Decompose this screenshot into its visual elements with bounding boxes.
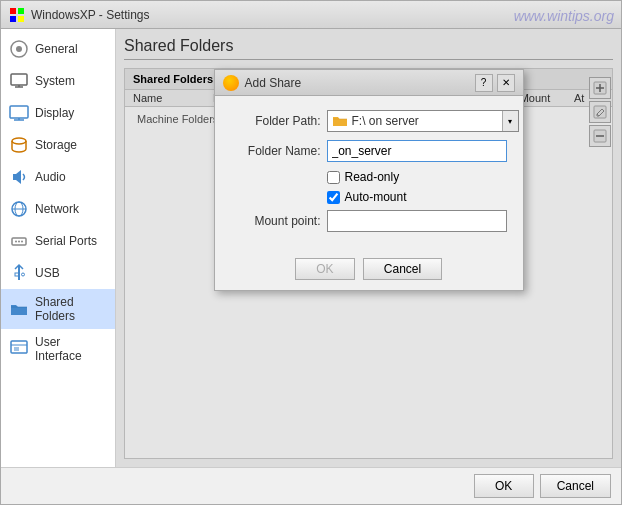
window-icon [9, 7, 25, 23]
dialog-title-actions: ? ✕ [475, 74, 515, 92]
shared-folders-icon [9, 299, 29, 319]
dialog-close-button[interactable]: ✕ [497, 74, 515, 92]
network-icon [9, 199, 29, 219]
sidebar-item-serial-ports[interactable]: Serial Ports [1, 225, 115, 257]
sidebar: General System [1, 29, 116, 467]
window-title: WindowsXP - Settings [31, 8, 613, 22]
main-content: Shared Folders Shared Folders Name Path … [116, 29, 621, 467]
svg-rect-6 [11, 74, 27, 85]
svg-point-23 [22, 273, 25, 276]
sidebar-label-usb: USB [35, 266, 60, 280]
sidebar-item-audio[interactable]: Audio [1, 161, 115, 193]
cancel-button[interactable]: Cancel [540, 474, 611, 498]
svg-rect-0 [10, 8, 16, 14]
usb-icon [9, 263, 29, 283]
sidebar-label-serial-ports: Serial Ports [35, 234, 97, 248]
readonly-label[interactable]: Read-only [345, 170, 400, 184]
sidebar-item-network[interactable]: Network [1, 193, 115, 225]
folder-name-label: Folder Name: [231, 144, 321, 158]
folder-path-input-container[interactable]: ▾ [327, 110, 519, 132]
automount-row: Auto-mount [327, 190, 507, 204]
readonly-row: Read-only [327, 170, 507, 184]
sidebar-item-usb[interactable]: USB [1, 257, 115, 289]
readonly-checkbox[interactable] [327, 171, 340, 184]
automount-checkbox[interactable] [327, 191, 340, 204]
dialog-cancel-button[interactable]: Cancel [363, 258, 442, 280]
bottom-bar: OK Cancel [1, 467, 621, 504]
sidebar-label-audio: Audio [35, 170, 66, 184]
folder-path-row: Folder Path: ▾ [231, 110, 507, 132]
audio-icon [9, 167, 29, 187]
title-bar: WindowsXP - Settings [1, 1, 621, 29]
svg-rect-2 [10, 16, 16, 22]
sidebar-label-system: System [35, 74, 75, 88]
svg-marker-13 [13, 170, 21, 184]
sidebar-label-shared-folders: Shared Folders [35, 295, 107, 323]
window-body: General System [1, 29, 621, 467]
dialog-help-button[interactable]: ? [475, 74, 493, 92]
mount-point-input[interactable] [327, 210, 507, 232]
sidebar-label-network: Network [35, 202, 79, 216]
dialog-icon [223, 75, 239, 91]
folder-path-dropdown[interactable]: ▾ [502, 111, 518, 131]
mount-point-row: Mount point: [231, 210, 507, 232]
folder-path-text-input[interactable] [352, 114, 502, 128]
add-share-dialog: Add Share ? ✕ Folder Path: [214, 69, 524, 291]
general-icon [9, 39, 29, 59]
sidebar-label-storage: Storage [35, 138, 77, 152]
svg-rect-26 [14, 347, 19, 351]
svg-point-12 [12, 138, 26, 144]
dialog-title-bar: Add Share ? ✕ [215, 70, 523, 96]
storage-icon [9, 135, 29, 155]
sidebar-item-display[interactable]: Display [1, 97, 115, 129]
sidebar-label-user-interface: User Interface [35, 335, 107, 363]
sidebar-label-display: Display [35, 106, 74, 120]
dialog-content: Folder Path: ▾ [215, 96, 523, 250]
mount-point-label: Mount point: [231, 214, 321, 228]
ok-button[interactable]: OK [474, 474, 534, 498]
dialog-ok-button[interactable]: OK [295, 258, 355, 280]
display-icon [9, 103, 29, 123]
user-interface-icon [9, 339, 29, 359]
dialog-title-text: Add Share [245, 76, 469, 90]
folder-name-row: Folder Name: [231, 140, 507, 162]
dialog-overlay: Add Share ? ✕ Folder Path: [116, 29, 621, 467]
dialog-buttons: OK Cancel [215, 250, 523, 290]
svg-point-18 [15, 241, 17, 243]
svg-point-19 [18, 241, 20, 243]
sidebar-item-system[interactable]: System [1, 65, 115, 97]
svg-point-20 [21, 241, 23, 243]
svg-rect-1 [18, 8, 24, 14]
svg-point-5 [16, 46, 22, 52]
folder-path-label: Folder Path: [231, 114, 321, 128]
folder-name-input[interactable] [327, 140, 507, 162]
sidebar-item-user-interface[interactable]: User Interface [1, 329, 115, 369]
folder-path-icon [331, 112, 349, 130]
sidebar-label-general: General [35, 42, 78, 56]
sidebar-item-general[interactable]: General [1, 33, 115, 65]
system-icon [9, 71, 29, 91]
svg-rect-3 [18, 16, 24, 22]
sidebar-item-storage[interactable]: Storage [1, 129, 115, 161]
sidebar-item-shared-folders[interactable]: Shared Folders [1, 289, 115, 329]
serial-ports-icon [9, 231, 29, 251]
svg-rect-9 [10, 106, 28, 118]
main-window: WindowsXP - Settings General [0, 0, 622, 505]
automount-label[interactable]: Auto-mount [345, 190, 407, 204]
